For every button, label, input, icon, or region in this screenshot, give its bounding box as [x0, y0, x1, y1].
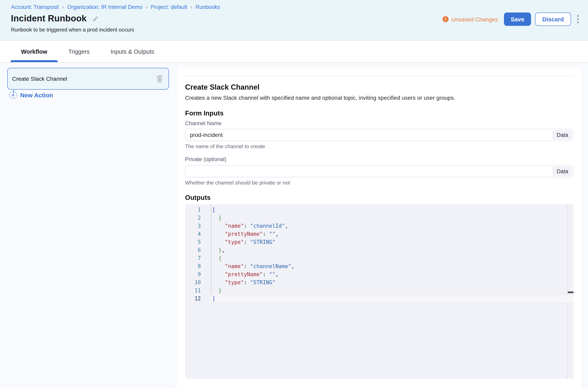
- breadcrumb-link[interactable]: Organization: IR Internal Demo: [67, 4, 142, 10]
- delete-action-trash-icon[interactable]: [156, 75, 163, 83]
- code-line[interactable]: 2 {: [185, 214, 573, 222]
- outputs-heading: Outputs: [185, 194, 573, 201]
- breadcrumb-separator: ›: [146, 4, 148, 9]
- channel-name-label: Channel Name: [185, 120, 573, 127]
- code-line[interactable]: 7 {: [185, 254, 573, 263]
- unsaved-changes-label: Unsaved Changes: [452, 16, 498, 23]
- editor-scroll-indicator[interactable]: [568, 291, 573, 293]
- line-number: 8: [185, 263, 211, 270]
- line-number: 6: [185, 246, 211, 254]
- tab-list: WorkflowTriggersInputs & Outputs: [0, 41, 588, 63]
- form-inputs-heading: Form Inputs: [185, 109, 573, 117]
- code-line[interactable]: 3 "name": "channelId",: [185, 222, 573, 230]
- code-line[interactable]: 6 },: [185, 246, 573, 254]
- unsaved-changes-badge: ! Unsaved Changes: [443, 16, 498, 23]
- more-options-kebab-icon[interactable]: [573, 13, 582, 26]
- breadcrumb-link[interactable]: Account: Transposit: [11, 4, 59, 10]
- channel-name-field: Data: [185, 129, 573, 141]
- code-line[interactable]: 8 "name": "channelName",: [185, 263, 573, 270]
- new-action-button[interactable]: + New Action: [9, 91, 53, 99]
- breadcrumb-separator: ›: [190, 4, 192, 9]
- content-area: Create Slack Channel + New Action Create…: [0, 63, 588, 388]
- action-card-label: Create Slack Channel: [12, 75, 156, 82]
- workflow-action-card[interactable]: Create Slack Channel: [7, 68, 169, 90]
- private-input[interactable]: [185, 165, 573, 177]
- breadcrumb-link[interactable]: Runbooks: [195, 4, 220, 10]
- line-number: 9: [185, 270, 211, 279]
- action-title: Create Slack Channel: [185, 83, 573, 92]
- warning-icon: !: [443, 16, 449, 22]
- line-number: 12: [185, 295, 211, 303]
- code-line[interactable]: 5 "type": "STRING": [185, 238, 573, 246]
- code-line[interactable]: 11 }: [185, 287, 573, 295]
- action-description: Creates a new Slack channel with specifi…: [185, 95, 573, 101]
- plus-icon: +: [9, 91, 17, 99]
- breadcrumb: Account: Transposit›Organization: IR Int…: [11, 4, 220, 10]
- line-number: 10: [185, 279, 211, 287]
- private-field: Data: [185, 165, 573, 177]
- channel-name-data-button[interactable]: Data: [553, 130, 572, 140]
- private-label: Private (optional): [185, 156, 573, 163]
- code-line[interactable]: 9 "prettyName": "",: [185, 270, 573, 279]
- line-number: 5: [185, 238, 211, 246]
- line-number: 1: [185, 206, 211, 214]
- line-number: 11: [185, 287, 211, 295]
- line-number: 3: [185, 222, 211, 230]
- tab-triggers[interactable]: Triggers: [58, 41, 100, 62]
- breadcrumb-link[interactable]: Project: default: [151, 4, 187, 10]
- breadcrumb-separator: ›: [62, 4, 64, 9]
- tab-inputs-outputs[interactable]: Inputs & Outputs: [100, 41, 165, 62]
- runbook-editor-page: Account: Transposit›Organization: IR Int…: [0, 0, 588, 388]
- page-header: Account: Transposit›Organization: IR Int…: [0, 0, 588, 41]
- private-data-button[interactable]: Data: [553, 166, 572, 176]
- section-divider: [185, 75, 573, 76]
- save-button[interactable]: Save: [504, 13, 531, 26]
- new-action-label: New Action: [20, 92, 53, 98]
- code-line[interactable]: 10 "type": "STRING": [185, 279, 573, 287]
- channel-name-help: The name of the channel to create: [185, 143, 573, 150]
- channel-name-input[interactable]: [185, 129, 573, 141]
- discard-button[interactable]: Discard: [535, 13, 571, 26]
- code-line[interactable]: 1[: [185, 206, 573, 214]
- code-line[interactable]: 4 "prettyName": "",: [185, 230, 573, 238]
- line-number: 4: [185, 230, 211, 238]
- edit-title-pencil-icon[interactable]: [92, 15, 99, 22]
- code-rows: 1[2 {3 "name": "channelId",4 "prettyName…: [185, 204, 573, 303]
- outputs-code-editor[interactable]: 1[2 {3 "name": "channelId",4 "prettyName…: [185, 204, 573, 379]
- action-detail-panel: Create Slack Channel Creates a new Slack…: [177, 67, 582, 388]
- code-line[interactable]: 12]: [185, 295, 573, 303]
- line-number: 7: [185, 254, 211, 263]
- page-title: Incident Runbook: [11, 13, 87, 24]
- private-help: Whether the channel should be private or…: [185, 180, 573, 186]
- tab-workflow[interactable]: Workflow: [10, 41, 58, 62]
- page-subtitle: Runbook to be triggered when a prod inci…: [11, 27, 134, 33]
- line-number: 2: [185, 214, 211, 222]
